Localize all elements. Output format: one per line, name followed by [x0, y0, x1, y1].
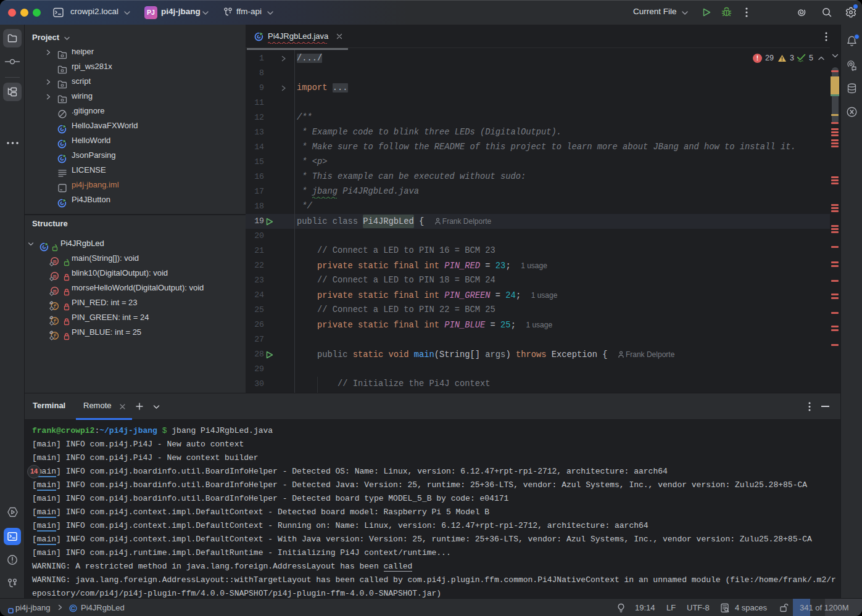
svg-text:f: f	[53, 303, 57, 310]
svg-text:f: f	[53, 333, 57, 340]
svg-text:f: f	[53, 318, 57, 325]
